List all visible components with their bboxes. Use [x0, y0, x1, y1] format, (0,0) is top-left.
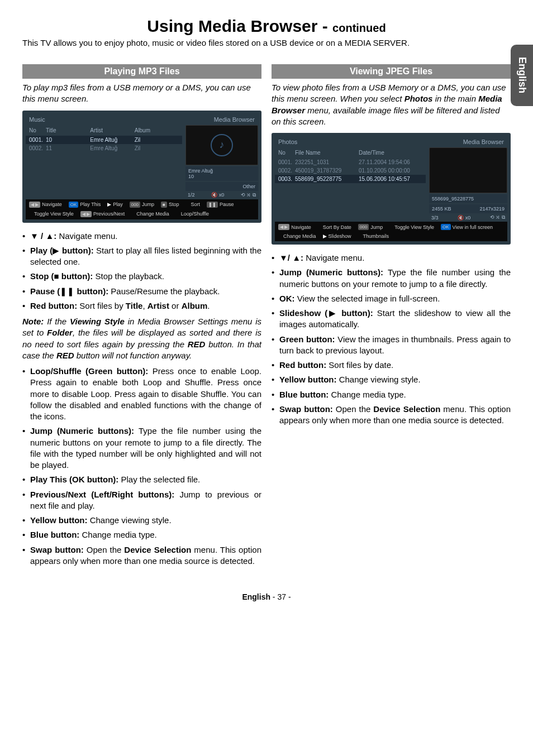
preview-genre: Other	[185, 182, 258, 191]
list-item: Yellow button: Change viewing style.	[22, 515, 261, 526]
right-lead: To view photo files from a USB Memory or…	[272, 82, 511, 127]
table-row: 0003. 558699_95228775 15.06.2006 10:45:5…	[275, 175, 426, 183]
list-item: Pause (❚❚ button): Pause/Resume the play…	[22, 286, 261, 297]
music-screen-corner: Media Browser	[214, 116, 255, 123]
list-item: Blue button: Change media type.	[22, 529, 261, 540]
col-album: Album	[135, 127, 179, 133]
list-item: Blue button: Change media type.	[272, 389, 511, 400]
list-item: Red button: Sort files by date.	[272, 360, 511, 371]
list-item: Green button: View the images in thumbna…	[272, 334, 511, 357]
volume-icon: 🔇 x0	[458, 215, 470, 221]
list-item: Jump (Numeric buttons): Type the file nu…	[22, 425, 261, 471]
list-item: Swap button: Open the Device Selection m…	[22, 544, 261, 567]
left-section-heading: Playing MP3 Files	[22, 64, 261, 79]
list-item: Yellow button: Change viewing style.	[272, 374, 511, 385]
right-content: ▼/ ▲: Navigate menu. Jump (Numeric butto…	[272, 252, 511, 426]
table-row: 0002. 11 Emre Altuğ Zil	[26, 144, 182, 152]
preview-filename: 558699_95228775	[429, 194, 507, 203]
right-section-heading: Viewing JPEG Files	[272, 64, 511, 79]
list-item: Swap button: Open the Device Selection m…	[272, 404, 511, 427]
photo-preview-icon	[429, 147, 507, 193]
preview-artist: Emre Altuğ	[188, 168, 255, 174]
list-item: Jump (Numeric buttons): Type the file nu…	[272, 267, 511, 290]
list-item: Play (▶ button): Start to play all files…	[22, 245, 261, 268]
intro-text: This TV allows you to enjoy photo, music…	[22, 38, 511, 47]
col-title: Title	[46, 127, 90, 133]
list-item: ▼ / ▲: Navigate menu.	[22, 231, 261, 242]
volume-icon: 🔇 x0	[211, 192, 224, 198]
preview-dims: 2147x3219	[479, 206, 505, 212]
list-item: Loop/Shuffle (Green button): Press once …	[22, 366, 261, 422]
photos-screenshot: Photos Media Browser No File Name Date/T…	[272, 133, 511, 245]
table-row: 0002. 450019_31787329 01.10.2005 00:00:0…	[275, 166, 426, 175]
preview-track: 10	[188, 174, 255, 179]
list-item: Red button: Sort files by Title, Artist …	[22, 300, 261, 312]
counter: 1/2	[188, 192, 195, 198]
list-item: Slideshow (▶ button): Start the slidesho…	[272, 308, 511, 331]
photos-screen-title: Photos	[278, 138, 297, 145]
list-item: ▼/ ▲: Navigate menu.	[272, 252, 511, 264]
col-no: No	[29, 127, 46, 133]
left-content: ▼ / ▲: Navigate menu. Play (▶ button): S…	[22, 231, 261, 567]
photos-footer-bar: ◀ ▶Navigate Sort By Date 000Jump Toggle …	[275, 222, 507, 241]
list-item: OK: View the selected image in full-scre…	[272, 293, 511, 304]
note: Note: If the Viewing Style in Media Brow…	[22, 316, 261, 361]
page-footer: English - 37 -	[22, 592, 511, 601]
photos-screen-corner: Media Browser	[463, 138, 504, 145]
preview-size: 2455 KB	[432, 206, 451, 212]
language-side-tab: English	[511, 45, 533, 106]
page-title: Using Media Browser - continued	[22, 17, 511, 36]
title-main: Using Media Browser -	[147, 17, 332, 35]
music-footer-bar: ◀ ▶Navigate OKPlay This ▶Play 000Jump ■S…	[26, 199, 258, 219]
list-item: Stop (■ button): Stop the playback.	[22, 271, 261, 282]
music-screen-title: Music	[29, 116, 45, 123]
music-preview-icon: ♪	[185, 125, 258, 165]
col-artist: Artist	[90, 127, 134, 133]
mode-icons: ⟲ ⤭ ⧉	[241, 192, 256, 198]
title-suffix: continued	[332, 22, 386, 34]
list-item: Previous/Next (Left/Right buttons): Jump…	[22, 489, 261, 512]
mode-icons: ⟲ ⤭ ⧉	[490, 214, 505, 221]
list-item: Play This (OK button): Play the selected…	[22, 474, 261, 485]
table-row: 0001. 232251_1031 27.11.2004 19:54:06	[275, 158, 426, 166]
counter: 3/3	[431, 215, 439, 221]
table-row: 0001. 10 Emre Altuğ Zil	[26, 136, 182, 144]
left-lead: To play mp3 files from a USB memory or a…	[22, 82, 261, 105]
music-screenshot: Music Media Browser No Title Artist Albu…	[22, 111, 261, 223]
